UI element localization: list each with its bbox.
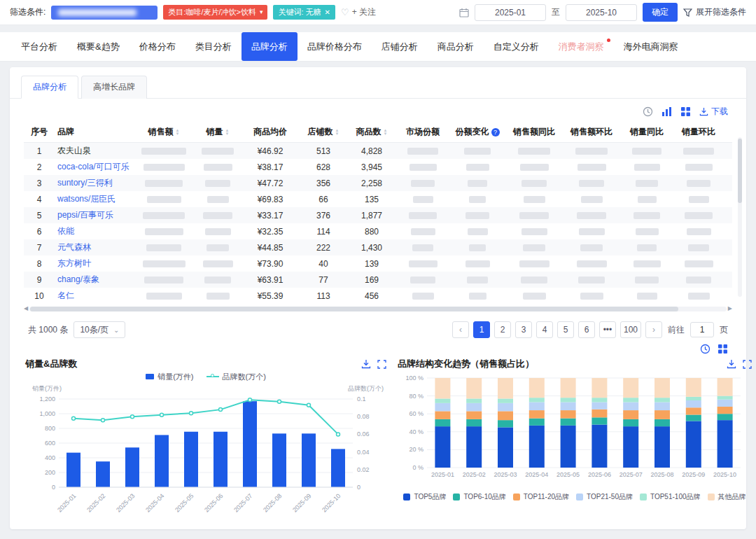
page-button-5[interactable]: 5 [557, 321, 574, 338]
hscroll-thumb[interactable] [30, 307, 678, 312]
svg-text:2025-06: 2025-06 [588, 471, 611, 478]
history-icon[interactable] [643, 106, 653, 117]
nav-tab-2[interactable]: 概要&趋势 [67, 32, 130, 61]
sort-icon[interactable]: ▲▼ [335, 129, 340, 136]
legend-item[interactable]: TOP21-50品牌 [576, 492, 633, 502]
scroll-left-arrow-icon[interactable]: ◀ [24, 306, 28, 312]
page-button-2[interactable]: 2 [494, 321, 511, 338]
table-cell: 依能 [55, 225, 133, 237]
redacted-value [411, 228, 435, 235]
nav-tab-8[interactable]: 商品分析 [428, 32, 484, 61]
brand-name-link[interactable]: chang/泰象 [57, 274, 99, 286]
download-chart-icon[interactable] [361, 359, 371, 369]
redacted-value [522, 228, 547, 235]
brand-name-link[interactable]: suntory/三得利 [57, 177, 113, 189]
sort-icon[interactable]: ▲▼ [176, 129, 180, 136]
date-start-input[interactable]: 2025-01 [475, 4, 546, 21]
page-button-6[interactable]: 6 [578, 321, 595, 338]
page-button-4[interactable]: 4 [536, 321, 553, 338]
table-cell [505, 164, 563, 171]
table-cell [673, 244, 724, 251]
brand-name-link[interactable]: coca-cola/可口可乐 [57, 161, 130, 173]
scroll-right-arrow-icon[interactable]: ▶ [728, 306, 732, 312]
column-header[interactable]: 份额变化? [449, 126, 505, 138]
fullscreen-icon[interactable] [743, 359, 752, 369]
nav-tab-10[interactable]: 消费者洞察 [549, 32, 614, 61]
page-button-1[interactable]: 1 [473, 321, 490, 338]
brand-name-link[interactable]: watsons/屈臣氏 [57, 193, 115, 205]
page-ellipsis[interactable]: ••• [599, 321, 616, 338]
table-cell: 139 [347, 259, 396, 269]
grid-view-icon[interactable] [680, 106, 691, 117]
hscroll-track[interactable] [29, 307, 727, 312]
table-cell [563, 293, 620, 300]
legend-item[interactable]: TOP5品牌 [403, 492, 446, 502]
table-cell: 10 [24, 291, 55, 301]
page-button-3[interactable]: 3 [515, 321, 532, 338]
prev-page-button[interactable]: ‹ [452, 321, 469, 338]
vscroll-thumb[interactable] [738, 139, 742, 203]
table-vertical-scrollbar[interactable] [738, 137, 742, 297]
brand-name-link[interactable]: pepsi/百事可乐 [57, 209, 113, 221]
legend-item-line[interactable]: 品牌数(万个) [206, 372, 266, 382]
sub-tab-1[interactable]: 品牌分析 [21, 76, 78, 99]
info-icon[interactable]: ? [491, 128, 500, 136]
redacted-value [145, 228, 183, 235]
brand-name-link[interactable]: 依能 [57, 225, 74, 237]
page-button-100[interactable]: 100 [620, 321, 641, 338]
redacted-value [632, 148, 662, 155]
goto-page-input[interactable] [690, 322, 714, 337]
fullscreen-icon[interactable] [377, 359, 386, 369]
sub-tab-2[interactable]: 高增长品牌 [81, 76, 147, 99]
next-page-button[interactable]: › [645, 321, 662, 338]
nav-tab-11[interactable]: 海外电商洞察 [614, 32, 688, 61]
column-header[interactable]: 销售额▲▼ [133, 126, 195, 138]
table-cell: 1,430 [347, 243, 396, 253]
combo-chart-header: 销量&品牌数 [25, 357, 386, 371]
sort-icon[interactable]: ▲▼ [384, 129, 388, 136]
legend-item[interactable]: 其他品牌 [708, 492, 746, 502]
brand-name-link[interactable]: 元气森林 [57, 241, 91, 253]
follow-button[interactable]: ♡ + 关注 [341, 6, 376, 18]
grid-layout-icon[interactable] [718, 344, 728, 354]
category-filter-tag[interactable]: 类目:咖啡/麦片/冲饮>饮料 ▾ [163, 5, 267, 20]
nav-tab-9[interactable]: 自定义分析 [484, 32, 549, 61]
legend-item[interactable]: TOP11-20品牌 [513, 492, 569, 502]
date-end-input[interactable]: 2025-10 [566, 4, 637, 21]
brand-name-link[interactable]: 名仁 [57, 290, 74, 302]
download-table-button[interactable]: 下载 [699, 106, 728, 118]
table-cell [396, 276, 449, 284]
table-cell [620, 164, 673, 171]
redacted-value [635, 276, 659, 284]
page-size-select[interactable]: 10条/页 ⌄ [74, 321, 125, 338]
nav-tab-6[interactable]: 品牌价格分布 [298, 32, 372, 61]
brand-name-link[interactable]: 东方树叶 [57, 258, 91, 270]
keyword-filter-tag[interactable]: 关键词: 无糖 ✕ [273, 5, 335, 20]
legend-item[interactable]: TOP6-10品牌 [453, 492, 505, 502]
expand-filters-button[interactable]: 展开筛选条件 [683, 6, 746, 18]
table-cell: ¥55.39 [241, 291, 300, 301]
bar-chart-icon[interactable] [662, 106, 672, 117]
table-cell: 东方树叶 [55, 258, 133, 270]
column-header[interactable]: 店铺数▲▼ [300, 126, 347, 138]
column-header[interactable]: 销量▲▼ [195, 126, 241, 138]
legend-item[interactable]: TOP51-100品牌 [640, 492, 701, 502]
charts-section: 销量&品牌数 销量(万件)品牌数(万个) 销量(万件)品牌数(万个)020040… [10, 356, 746, 528]
nav-tab-7[interactable]: 店铺分析 [372, 32, 428, 61]
nav-tab-4[interactable]: 类目分析 [186, 32, 241, 61]
svg-text:0.02: 0.02 [357, 466, 370, 473]
legend-item-bar[interactable]: 销量(万件) [146, 372, 193, 382]
column-header[interactable]: 商品数▲▼ [347, 126, 396, 138]
history-clock-icon[interactable] [700, 344, 710, 354]
sort-icon[interactable]: ▲▼ [225, 129, 230, 136]
close-icon[interactable]: ✕ [325, 9, 330, 16]
selected-brand-pill-redacted[interactable] [51, 6, 158, 20]
download-chart-icon[interactable] [727, 359, 736, 369]
nav-tab-5[interactable]: 品牌分析 [241, 32, 298, 61]
nav-tab-3[interactable]: 价格分布 [130, 32, 186, 61]
table-cell [195, 244, 241, 251]
confirm-button[interactable]: 确定 [643, 3, 678, 22]
table-cell [620, 293, 673, 300]
table-cell: 9 [24, 275, 55, 285]
nav-tab-1[interactable]: 平台分析 [11, 32, 67, 61]
